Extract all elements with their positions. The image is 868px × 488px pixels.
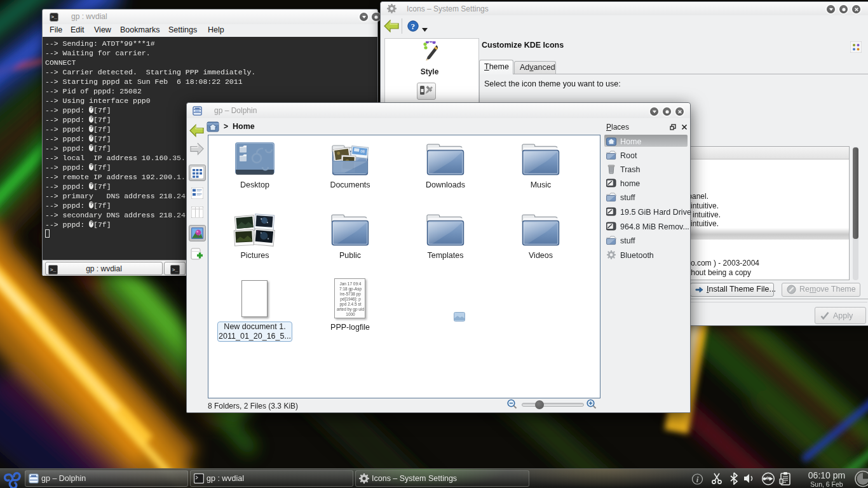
svg-text:i: i <box>696 475 699 484</box>
svg-text:08: 08 <box>360 149 365 154</box>
svg-text:?: ? <box>411 22 416 31</box>
